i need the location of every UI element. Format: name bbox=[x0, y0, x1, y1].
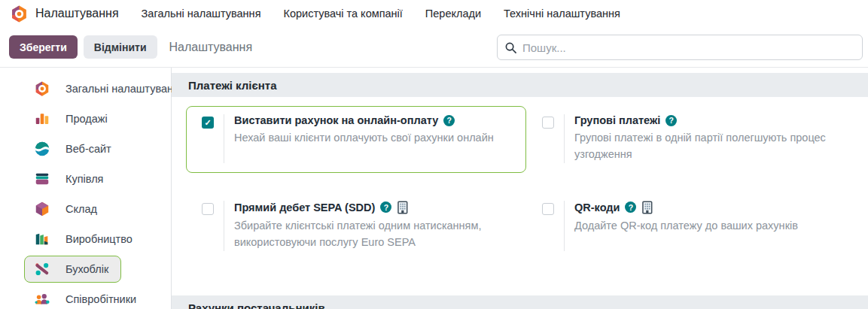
setting-label[interactable]: QR-коди bbox=[574, 201, 620, 214]
divider bbox=[564, 114, 565, 163]
sales-app-icon bbox=[34, 111, 50, 127]
setting-description: Нехай ваші клієнти оплачують свої рахунк… bbox=[234, 129, 516, 146]
help-icon[interactable]: ? bbox=[665, 115, 677, 126]
menu-technical-settings[interactable]: Технічні налаштування bbox=[504, 8, 620, 20]
app-name[interactable]: Налаштування bbox=[35, 7, 119, 20]
batch-payments-checkbox[interactable] bbox=[542, 117, 554, 129]
menu-users-companies[interactable]: Користувачі та компанії bbox=[283, 8, 402, 20]
search-box[interactable] bbox=[497, 35, 863, 60]
setting-sepa-direct-debit: Прямий дебет SEPA (SDD) ? Збирайте клієн… bbox=[186, 192, 526, 261]
top-navbar: Налаштування Загальні налаштування Корис… bbox=[0, 0, 868, 27]
search-input[interactable] bbox=[522, 41, 854, 54]
invoice-online-payment-checkbox[interactable]: ✓ bbox=[202, 117, 214, 129]
control-bar: Зберегти Відмінити Налаштування bbox=[0, 27, 868, 68]
menu-general-settings[interactable]: Загальні налаштування bbox=[142, 8, 261, 20]
setting-invoice-online-payment: ✓ Виставити рахунок на онлайн-оплату ? Н… bbox=[186, 106, 526, 173]
settings-content: Платежі клієнта ✓ Виставити рахунок на о… bbox=[172, 68, 868, 309]
website-app-icon bbox=[34, 141, 50, 157]
sidebar-item-inventory[interactable]: Склад bbox=[0, 194, 171, 224]
divider bbox=[224, 114, 224, 163]
setting-batch-payments: Групові платежі ? Групові платежі в одні… bbox=[526, 106, 862, 173]
setting-qr-codes: QR-коди ? Додайте QR-код платежу до ваши… bbox=[526, 192, 862, 261]
settings-row-1: ✓ Виставити рахунок на онлайн-оплату ? Н… bbox=[172, 106, 868, 173]
sidebar-item-label: Співробітники bbox=[65, 293, 136, 305]
accounting-app-icon bbox=[34, 261, 50, 277]
sidebar-item-label: Виробництво bbox=[65, 233, 132, 245]
setting-description: Групові платежі в одній партії полегшуют… bbox=[574, 129, 852, 163]
sidebar-item-label: Склад bbox=[65, 203, 97, 215]
purchase-app-icon bbox=[34, 171, 50, 187]
sidebar-item-label: Загальні налаштування bbox=[65, 83, 185, 95]
menu-translations[interactable]: Переклади bbox=[425, 8, 481, 20]
sidebar-item-label: Купівля bbox=[65, 173, 103, 185]
help-icon[interactable]: ? bbox=[625, 201, 636, 213]
sepa-direct-debit-checkbox[interactable] bbox=[202, 203, 214, 215]
setting-label[interactable]: Прямий дебет SEPA (SDD) bbox=[234, 201, 375, 214]
setting-label[interactable]: Групові платежі bbox=[574, 114, 660, 126]
employees-app-icon bbox=[34, 291, 50, 307]
manufacturing-app-icon bbox=[34, 231, 50, 247]
setting-label[interactable]: Виставити рахунок на онлайн-оплату bbox=[234, 114, 438, 126]
top-menu: Загальні налаштування Користувачі та ком… bbox=[142, 8, 620, 20]
sidebar-item-website[interactable]: Веб-сайт bbox=[0, 134, 171, 164]
qr-codes-checkbox[interactable] bbox=[542, 203, 554, 215]
save-button[interactable]: Зберегти bbox=[9, 35, 78, 59]
help-icon[interactable]: ? bbox=[380, 201, 391, 213]
general-settings-app-icon bbox=[34, 80, 50, 97]
enterprise-building-icon bbox=[397, 201, 409, 214]
discard-button[interactable]: Відмінити bbox=[84, 35, 157, 59]
sidebar-item-general-settings[interactable]: Загальні налаштування bbox=[0, 74, 171, 104]
sidebar-item-purchase[interactable]: Купівля bbox=[0, 164, 171, 194]
enterprise-building-icon bbox=[641, 201, 653, 214]
divider bbox=[564, 201, 565, 251]
sidebar-item-employees[interactable]: Співробітники bbox=[0, 284, 171, 309]
odoo-settings-window: Налаштування Загальні налаштування Корис… bbox=[0, 0, 868, 309]
settings-sidebar: Загальні налаштування Продажі Веб-сайт К… bbox=[0, 68, 172, 309]
search-icon bbox=[505, 42, 516, 53]
sidebar-item-sales[interactable]: Продажі bbox=[0, 104, 171, 134]
settings-row-2: Прямий дебет SEPA (SDD) ? Збирайте клієн… bbox=[172, 192, 868, 261]
breadcrumb: Налаштування bbox=[169, 41, 253, 54]
main-area: Загальні налаштування Продажі Веб-сайт К… bbox=[0, 68, 868, 309]
setting-description: Додайте QR-код платежу до ваших рахунків bbox=[574, 217, 852, 234]
sidebar-item-manufacturing[interactable]: Виробництво bbox=[0, 224, 171, 254]
sidebar-item-accounting[interactable]: Бухоблік bbox=[0, 254, 171, 284]
section-header-vendor-bills: Рахунки постачальників bbox=[172, 295, 868, 309]
divider bbox=[224, 201, 224, 251]
setting-description: Збирайте клієнтські платежі одним натиск… bbox=[234, 217, 516, 251]
sidebar-item-label: Бухоблік bbox=[65, 263, 108, 275]
section-header-customer-payments: Платежі клієнта bbox=[172, 73, 868, 97]
sidebar-item-label: Продажі bbox=[65, 113, 108, 125]
odoo-settings-logo-icon[interactable] bbox=[10, 5, 29, 23]
inventory-app-icon bbox=[34, 201, 50, 217]
sidebar-item-label: Веб-сайт bbox=[65, 143, 111, 155]
help-icon[interactable]: ? bbox=[443, 115, 455, 126]
